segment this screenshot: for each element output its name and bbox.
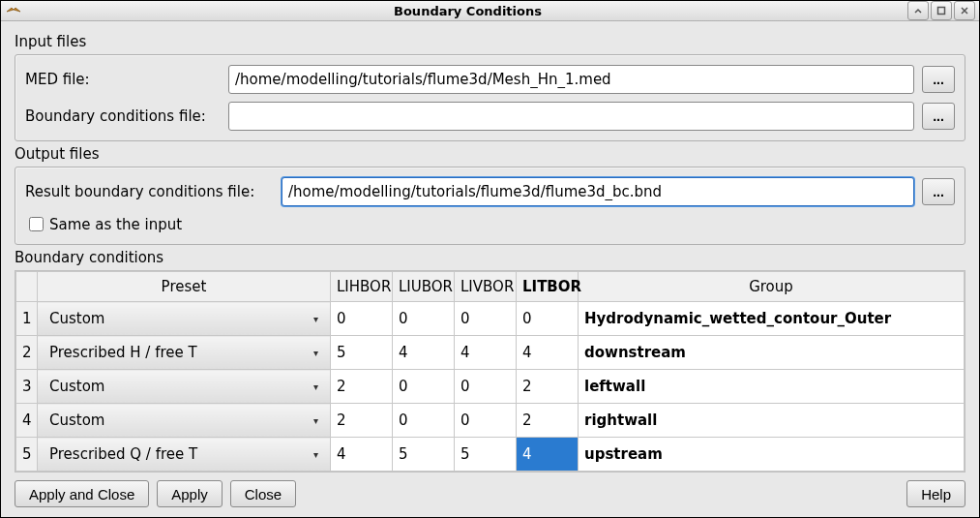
- litbor-cell[interactable]: 0: [517, 302, 579, 336]
- apply-button[interactable]: Apply: [157, 480, 223, 507]
- liubor-cell[interactable]: 0: [393, 302, 455, 336]
- preset-value: Custom: [49, 411, 310, 429]
- lihbor-cell[interactable]: 2: [331, 404, 393, 438]
- close-dialog-button[interactable]: Close: [230, 480, 296, 507]
- preset-dropdown[interactable]: Prescribed Q / free T▾: [38, 438, 331, 472]
- output-files-group: Result boundary conditions file: ... Sam…: [15, 167, 965, 245]
- bc-file-browse-button[interactable]: ...: [922, 103, 955, 130]
- liubor-cell[interactable]: 5: [393, 438, 455, 472]
- header-lihbor[interactable]: LIHBOR: [331, 272, 393, 302]
- result-file-browse-button[interactable]: ...: [922, 178, 955, 205]
- med-file-input[interactable]: [228, 65, 914, 94]
- preset-value: Prescribed Q / free T: [49, 445, 310, 463]
- app-icon: [5, 2, 22, 19]
- preset-value: Prescribed H / free T: [49, 344, 310, 361]
- row-number[interactable]: 4: [16, 404, 38, 438]
- table-row: 1Custom▾0000Hydrodynamic_wetted_contour_…: [16, 302, 965, 336]
- med-file-browse-button[interactable]: ...: [922, 66, 955, 93]
- svg-rect-0: [938, 8, 945, 15]
- row-number[interactable]: 3: [16, 370, 38, 404]
- chevron-down-icon: ▾: [313, 381, 318, 392]
- liubor-cell[interactable]: 0: [393, 404, 455, 438]
- chevron-down-icon: ▾: [313, 415, 318, 426]
- lihbor-cell[interactable]: 5: [331, 336, 393, 370]
- group-cell[interactable]: leftwall: [579, 370, 965, 404]
- preset-dropdown[interactable]: Custom▾: [38, 302, 331, 336]
- input-files-group: MED file: ... Boundary conditions file: …: [15, 54, 965, 141]
- livbor-cell[interactable]: 0: [455, 404, 517, 438]
- maximize-button[interactable]: [931, 1, 952, 20]
- livbor-cell[interactable]: 5: [455, 438, 517, 472]
- litbor-cell[interactable]: 4: [517, 336, 579, 370]
- bc-file-label: Boundary conditions file:: [25, 107, 228, 125]
- livbor-cell[interactable]: 4: [455, 336, 517, 370]
- group-cell[interactable]: downstream: [579, 336, 965, 370]
- liubor-cell[interactable]: 0: [393, 370, 455, 404]
- chevron-down-icon: ▾: [313, 348, 318, 358]
- litbor-cell[interactable]: 4: [517, 438, 579, 472]
- titlebar: Boundary Conditions: [1, 1, 979, 21]
- table-row: 2Prescribed H / free T▾5444downstream: [16, 336, 965, 370]
- table-row: 4Custom▾2002rightwall: [16, 404, 965, 438]
- preset-dropdown[interactable]: Custom▾: [38, 370, 331, 404]
- med-file-label: MED file:: [25, 71, 228, 88]
- livbor-cell[interactable]: 0: [455, 302, 517, 336]
- lihbor-cell[interactable]: 0: [331, 302, 393, 336]
- result-file-label: Result boundary conditions file:: [25, 183, 282, 200]
- table-row: 5Prescribed Q / free T▾4554upstream: [16, 438, 965, 472]
- livbor-cell[interactable]: 0: [455, 370, 517, 404]
- output-files-label: Output files: [15, 145, 965, 163]
- header-rownum: [16, 272, 38, 302]
- same-as-input-checkbox[interactable]: [29, 217, 44, 231]
- header-preset[interactable]: Preset: [38, 272, 331, 302]
- bc-file-input[interactable]: [228, 102, 914, 131]
- header-livbor[interactable]: LIVBOR: [455, 272, 517, 302]
- apply-and-close-button[interactable]: Apply and Close: [15, 480, 149, 507]
- litbor-cell[interactable]: 2: [517, 404, 579, 438]
- table-row: 3Custom▾2002leftwall: [16, 370, 965, 404]
- dialog-window: Boundary Conditions Input files MED file…: [0, 0, 980, 518]
- group-cell[interactable]: Hydrodynamic_wetted_contour_Outer: [579, 302, 965, 336]
- chevron-down-icon: ▾: [313, 449, 318, 460]
- chevron-down-icon: ▾: [313, 314, 318, 324]
- preset-dropdown[interactable]: Custom▾: [38, 404, 331, 438]
- lihbor-cell[interactable]: 2: [331, 370, 393, 404]
- row-number[interactable]: 5: [16, 438, 38, 472]
- minimize-button[interactable]: [907, 1, 929, 20]
- preset-value: Custom: [49, 378, 310, 395]
- bc-table-label: Boundary conditions: [15, 249, 965, 266]
- preset-value: Custom: [49, 310, 310, 327]
- window-title: Boundary Conditions: [28, 4, 907, 18]
- liubor-cell[interactable]: 4: [393, 336, 455, 370]
- table-header-row: Preset LIHBOR LIUBOR LIVBOR LITBOR Group: [16, 272, 965, 302]
- preset-dropdown[interactable]: Prescribed H / free T▾: [38, 336, 331, 370]
- row-number[interactable]: 1: [16, 302, 38, 336]
- same-as-input-label: Same as the input: [49, 216, 182, 233]
- header-liubor[interactable]: LIUBOR: [393, 272, 455, 302]
- close-button[interactable]: [954, 1, 975, 20]
- lihbor-cell[interactable]: 4: [331, 438, 393, 472]
- dialog-buttons: Apply and Close Apply Close Help: [15, 472, 965, 515]
- header-litbor[interactable]: LITBOR: [517, 272, 579, 302]
- help-button[interactable]: Help: [906, 480, 965, 507]
- bc-table: Preset LIHBOR LIUBOR LIVBOR LITBOR Group…: [15, 270, 965, 472]
- window-buttons: [907, 1, 975, 20]
- header-group[interactable]: Group: [579, 272, 965, 302]
- result-file-input[interactable]: [282, 177, 914, 206]
- group-cell[interactable]: rightwall: [579, 404, 965, 438]
- group-cell[interactable]: upstream: [579, 438, 965, 472]
- row-number[interactable]: 2: [16, 336, 38, 370]
- input-files-label: Input files: [15, 33, 965, 50]
- litbor-cell[interactable]: 2: [517, 370, 579, 404]
